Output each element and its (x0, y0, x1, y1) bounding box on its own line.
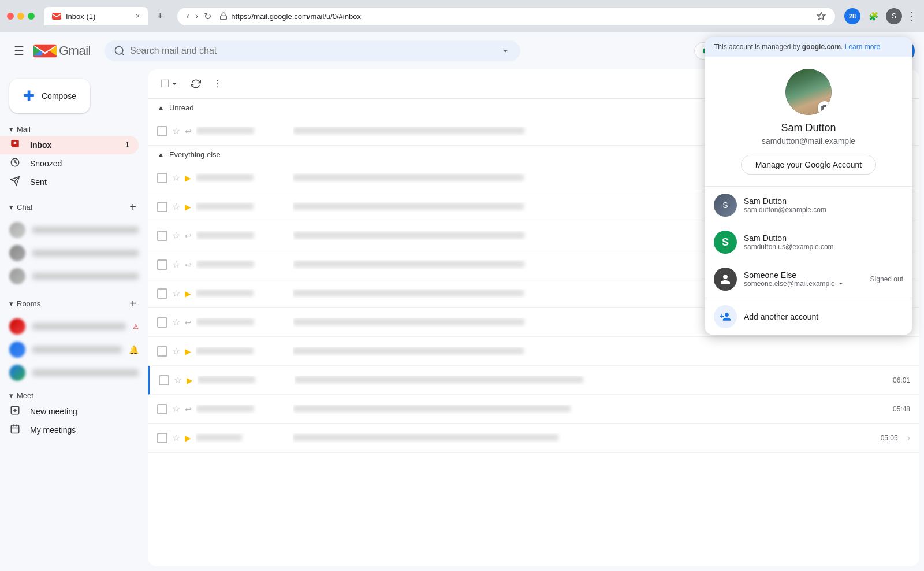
expand-icon[interactable]: › (907, 433, 910, 443)
email-row-ee-8[interactable]: ☆ ▶ 06:01 (148, 366, 919, 395)
unread-chevron-icon[interactable]: ▲ (157, 103, 165, 112)
forward-icon: ▶ (187, 376, 193, 385)
star-icon[interactable]: ☆ (172, 288, 180, 299)
reload-icon[interactable]: ↻ (204, 11, 211, 22)
meet-section-label: Meet (17, 391, 33, 400)
email-sender (196, 202, 288, 212)
email-sender (196, 173, 288, 183)
my-meetings-label: My meetings (30, 425, 129, 435)
star-icon[interactable]: ☆ (172, 125, 180, 136)
star-icon[interactable]: ☆ (174, 375, 182, 385)
select-dropdown-icon[interactable] (170, 79, 179, 88)
room-item-3[interactable] (0, 361, 148, 384)
forward-icon: ▶ (185, 202, 191, 212)
star-icon[interactable]: ☆ (172, 346, 180, 357)
email-checkbox[interactable] (157, 404, 167, 414)
account-name-2: Sam Dutton (744, 233, 903, 243)
mail-section-header[interactable]: ▾ Mail (0, 123, 148, 136)
select-all-button[interactable]: ☐ (157, 74, 182, 94)
account-item-1[interactable]: S Sam Dutton sam.dutton@example.com (705, 187, 912, 224)
sidebar-item-my-meetings[interactable]: My meetings (0, 421, 139, 439)
star-icon[interactable]: ☆ (172, 172, 180, 183)
sidebar-item-inbox[interactable]: Inbox 1 (0, 136, 139, 154)
star-icon[interactable]: ☆ (172, 403, 180, 414)
manage-account-button[interactable]: Manage your Google Account (741, 155, 876, 175)
learn-more-link[interactable]: Learn more (845, 43, 880, 51)
svg-point-12 (217, 86, 218, 87)
sidebar-item-new-meeting[interactable]: New meeting (0, 402, 139, 421)
email-sender (196, 433, 288, 443)
add-room-button[interactable]: + (127, 295, 139, 313)
bookmark-icon[interactable] (817, 12, 826, 21)
window-minimize-dot[interactable] (17, 13, 24, 20)
camera-icon[interactable] (818, 101, 832, 115)
forward-icon[interactable]: › (195, 11, 198, 21)
compose-button[interactable]: ✚ Compose (9, 79, 90, 113)
sidebar-item-sent[interactable]: Sent (0, 173, 139, 191)
back-icon[interactable]: ‹ (187, 11, 189, 21)
email-checkbox[interactable] (157, 202, 167, 212)
gmail-logo-icon (33, 43, 57, 59)
room-item-1[interactable]: ⚠ (0, 315, 148, 338)
puzzle-extension-icon[interactable]: 🧩 (865, 8, 881, 24)
account-name-1: Sam Dutton (744, 196, 903, 206)
gmail-favicon (52, 12, 61, 21)
email-checkbox[interactable] (157, 433, 167, 443)
compose-label: Compose (42, 91, 76, 101)
svg-rect-0 (52, 13, 61, 20)
tab-title: Inbox (1) (66, 12, 95, 21)
svg-rect-1 (221, 16, 227, 19)
browser-window-controls (7, 13, 35, 20)
refresh-button[interactable] (187, 75, 204, 92)
email-checkbox[interactable] (157, 126, 167, 136)
email-checkbox[interactable] (157, 259, 167, 270)
star-icon[interactable]: ☆ (172, 432, 180, 443)
email-checkbox[interactable] (159, 375, 169, 385)
tab-close-button[interactable]: × (136, 12, 140, 20)
star-icon[interactable]: ☆ (172, 259, 180, 270)
email-checkbox[interactable] (157, 346, 167, 357)
email-row-ee-7[interactable]: ☆ ▶ (148, 337, 919, 366)
chat-item-1[interactable] (0, 218, 148, 242)
rooms-section-header[interactable]: ▾ Rooms + (0, 292, 148, 315)
address-bar[interactable]: ‹ › ↻ https://mail.google.com/mail/u/0/#… (177, 8, 835, 25)
search-input[interactable] (130, 46, 495, 56)
search-bar[interactable] (105, 40, 520, 61)
email-row-ee-10[interactable]: ☆ ▶ 05:05 › (148, 424, 919, 453)
star-icon[interactable]: ☆ (172, 317, 180, 328)
profile-avatar[interactable]: S (886, 8, 902, 24)
add-account-label: Add another account (744, 312, 818, 321)
email-checkbox[interactable] (157, 173, 167, 183)
window-close-dot[interactable] (7, 13, 14, 20)
everything-else-chevron-icon[interactable]: ▲ (157, 150, 165, 159)
browser-menu-icon[interactable]: ⋮ (907, 10, 917, 23)
star-icon[interactable]: ☆ (172, 201, 180, 212)
add-account-button[interactable]: Add another account (705, 298, 912, 335)
email-checkbox[interactable] (157, 317, 167, 328)
email-row-ee-9[interactable]: ☆ ↩ 05:48 (148, 395, 919, 424)
account-item-2[interactable]: S Sam Dutton samdutton.us@example.com (705, 224, 912, 261)
chat-section-header[interactable]: ▾ Chat + (0, 196, 148, 218)
add-chat-button[interactable]: + (127, 198, 139, 216)
browser-tab[interactable]: Inbox (1) × (44, 7, 148, 25)
window-maximize-dot[interactable] (28, 13, 35, 20)
room-item-2[interactable]: 🔔 (0, 338, 148, 361)
account-info-3: Someone Else someone.else@mail.example (744, 270, 863, 288)
star-icon[interactable]: ☆ (172, 230, 180, 241)
menu-hamburger-button[interactable]: ☰ (9, 39, 29, 62)
meet-section-header[interactable]: ▾ Meet (0, 389, 148, 402)
chat-item-3[interactable] (0, 265, 148, 288)
snoozed-icon (9, 157, 21, 170)
more-options-button[interactable] (209, 75, 226, 92)
chat-item-2[interactable] (0, 242, 148, 265)
gmail-logo-text: Gmail (59, 43, 91, 58)
new-tab-button[interactable]: + (152, 10, 168, 23)
account-item-3[interactable]: Someone Else someone.else@mail.example S… (705, 261, 912, 298)
forward-icon: ▶ (185, 173, 191, 183)
sidebar-item-snoozed[interactable]: Snoozed (0, 154, 139, 173)
email-checkbox[interactable] (157, 288, 167, 299)
email-checkbox[interactable] (157, 231, 167, 241)
search-dropdown-icon[interactable] (500, 45, 511, 57)
email-sender (196, 127, 289, 136)
calendar-extension-icon[interactable]: 28 (844, 8, 860, 24)
